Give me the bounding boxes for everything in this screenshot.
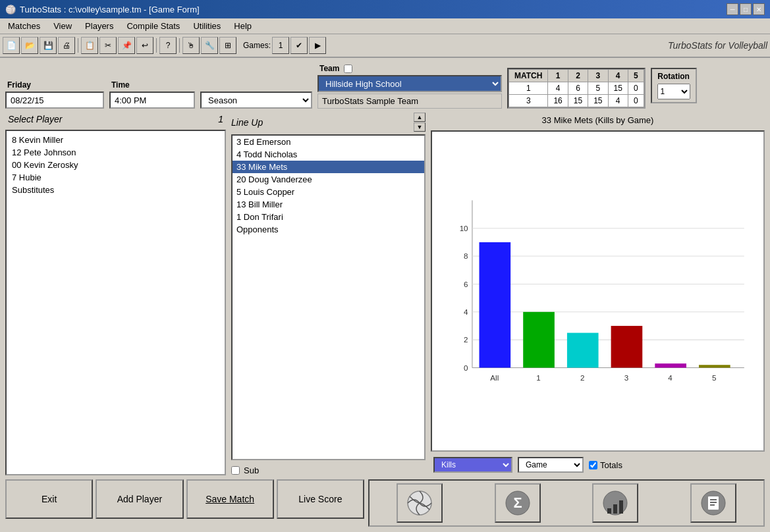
svg-rect-23	[607, 508, 611, 514]
date-group: Friday	[5, 80, 104, 109]
svg-rect-24	[613, 504, 617, 514]
top-right-area: MATCH 1 2 3 4 5 1465150316151540 Rotatio…	[507, 68, 697, 109]
toolbar: 📄 📂 💾 🖨 📋 ✂ 📌 ↩ ? 🖱 🔧 ⊞ Games: 1 ✔ ▶ Tur…	[0, 34, 770, 58]
games-label: Games:	[243, 41, 271, 50]
svg-text:3: 3	[624, 373, 628, 382]
menu-matches[interactable]: Matches	[3, 20, 45, 32]
grid-button[interactable]: ⊞	[219, 37, 236, 54]
scroll-down-button[interactable]: ▼	[414, 122, 426, 132]
date-input[interactable]	[5, 92, 104, 109]
lineup-header: Line Up ▲ ▼	[231, 113, 426, 132]
window-title: TurboStats : c:\volley\sample.tm - [Game…	[20, 5, 200, 14]
help-toolbar-button[interactable]: ?	[159, 37, 177, 54]
game-select[interactable]: Game	[518, 457, 584, 473]
svg-text:4: 4	[464, 307, 468, 316]
menu-compile-stats[interactable]: Compile Stats	[121, 20, 185, 32]
menu-players[interactable]: Players	[80, 20, 119, 32]
mid-panel: Line Up ▲ ▼ 3 Ed Emerson4 Todd Nicholas3…	[231, 113, 426, 475]
lineup-item[interactable]: 1 Don Trifari	[233, 211, 424, 223]
lineup-item[interactable]: 5 Louis Copper	[233, 186, 424, 198]
svg-rect-27	[708, 496, 719, 510]
team-group: Team Hillside High School TurboStats Sam…	[317, 63, 502, 109]
time-input[interactable]	[109, 92, 195, 109]
list-item[interactable]: Substitutes	[9, 184, 222, 196]
undo-button[interactable]: ↩	[136, 37, 153, 54]
rotation-label: Rotation	[657, 72, 690, 81]
table-row: 3	[509, 95, 548, 107]
report-icon-button[interactable]	[690, 483, 736, 523]
lineup-item[interactable]: 20 Doug Vanderzee	[233, 173, 424, 186]
close-button[interactable]: ✕	[753, 3, 765, 15]
add-player-button[interactable]: Add Player	[96, 479, 183, 519]
game2-button[interactable]: ✔	[290, 37, 308, 54]
svg-text:2: 2	[464, 335, 468, 344]
new-button[interactable]: 📄	[3, 37, 20, 54]
col-match: MATCH	[509, 70, 548, 82]
team-label: Team	[317, 63, 341, 74]
list-item[interactable]: 7 Hubie	[9, 171, 222, 184]
menu-utilities[interactable]: Utilities	[188, 20, 226, 32]
menu-view[interactable]: View	[48, 20, 77, 32]
player-list: 8 Kevin Miller12 Pete Johnson00 Kevin Ze…	[5, 130, 226, 475]
totals-checkbox[interactable]	[589, 461, 597, 469]
chart-icon-button[interactable]	[592, 483, 638, 523]
stat-select[interactable]: Kills	[433, 457, 512, 473]
team-select[interactable]: Hillside High School	[317, 75, 502, 92]
paste-button[interactable]: 📌	[118, 37, 135, 54]
list-item[interactable]: 8 Kevin Miller	[9, 134, 222, 146]
title-bar: 🏐 TurboStats : c:\volley\sample.tm - [Ga…	[0, 0, 770, 18]
bar-2	[567, 333, 599, 368]
lineup-item[interactable]: 4 Todd Nicholas	[233, 148, 424, 161]
top-row: Friday Time Season Team Hillside High Sc…	[5, 63, 765, 109]
minimize-button[interactable]: ─	[727, 3, 738, 15]
volleyball-icon-button[interactable]	[397, 483, 443, 523]
totals-label: Totals	[600, 460, 622, 470]
scroll-up-button[interactable]: ▲	[414, 113, 426, 122]
list-item[interactable]: 12 Pete Johnson	[9, 146, 222, 159]
cursor-button[interactable]: 🖱	[182, 37, 200, 54]
bottom-section: Exit Add Player Save Match Live Score Σ	[5, 479, 765, 527]
print-button[interactable]: 🖨	[58, 37, 75, 54]
open-button[interactable]: 📂	[21, 37, 38, 54]
maximize-button[interactable]: □	[740, 3, 752, 15]
save-match-button[interactable]: Save Match	[186, 479, 274, 519]
col-4: 4	[608, 70, 628, 82]
cut-button[interactable]: ✂	[99, 37, 117, 54]
season-select[interactable]: Season	[200, 92, 312, 109]
svg-text:10: 10	[460, 224, 468, 232]
save-toolbar-button[interactable]: 💾	[40, 37, 57, 54]
wand-button[interactable]: 🔧	[201, 37, 218, 54]
lineup-item[interactable]: 33 Mike Mets	[233, 161, 424, 173]
table-row: 16	[548, 95, 568, 107]
sub-checkbox[interactable]	[231, 466, 240, 475]
totals-check: Totals	[589, 460, 622, 470]
lineup-label: Line Up	[231, 117, 263, 128]
game3-button[interactable]: ▶	[309, 37, 326, 54]
menu-help[interactable]: Help	[229, 20, 257, 32]
game1-button[interactable]: 1	[272, 37, 289, 54]
exit-button[interactable]: Exit	[5, 479, 93, 519]
team-checkbox[interactable]	[344, 65, 352, 73]
col-3: 3	[588, 70, 608, 82]
second-team-label: TurboStats Sample Team	[317, 93, 502, 109]
lineup-item[interactable]: 3 Ed Emerson	[233, 136, 424, 148]
lineup-item[interactable]: Opponents	[233, 223, 424, 236]
lineup-item[interactable]: 13 Bill Miller	[233, 198, 424, 211]
match-table-wrap: MATCH 1 2 3 4 5 1465150316151540	[507, 68, 646, 109]
table-row: 1	[509, 82, 548, 95]
match-table: MATCH 1 2 3 4 5 1465150316151540	[509, 69, 644, 107]
live-score-button[interactable]: Live Score	[277, 479, 364, 519]
rotation-select[interactable]: 1	[657, 84, 690, 99]
lineup-scroll[interactable]: ▲ ▼	[414, 113, 426, 132]
separator2	[156, 38, 157, 53]
col-2: 2	[568, 70, 588, 82]
sigma-icon-button[interactable]: Σ	[495, 483, 541, 523]
col-5: 5	[628, 70, 644, 82]
app-icon: 🏐	[5, 5, 16, 14]
separator1	[78, 38, 78, 53]
bar-all	[480, 242, 511, 368]
copy-button[interactable]: 📋	[81, 37, 98, 54]
sub-row: Sub	[231, 466, 426, 475]
title-bar-controls[interactable]: ─ □ ✕	[727, 3, 765, 15]
list-item[interactable]: 00 Kevin Zerosky	[9, 159, 222, 171]
